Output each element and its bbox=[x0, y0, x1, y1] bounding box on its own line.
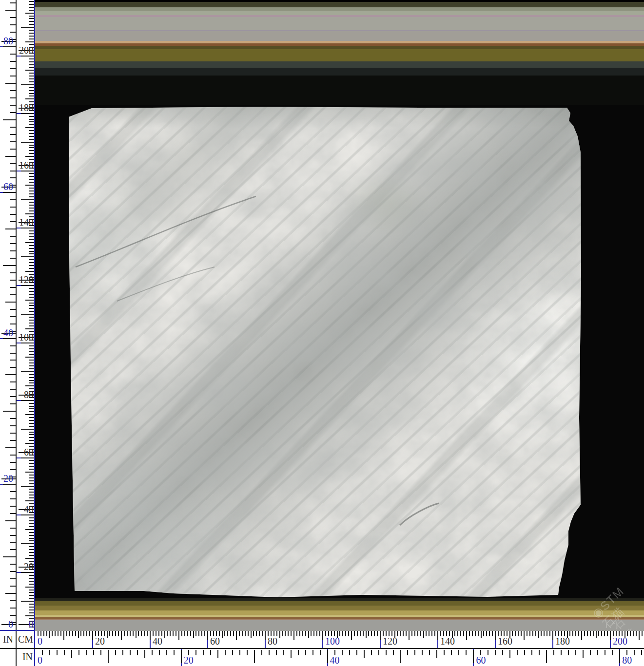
ruler-tick bbox=[227, 631, 228, 636]
ruler-tick bbox=[25, 156, 35, 157]
ruler-tick bbox=[639, 631, 640, 640]
ruler-tick bbox=[634, 650, 635, 655]
ruler-tick bbox=[21, 543, 35, 544]
ruler-tick bbox=[3, 46, 16, 47]
ruler-tick bbox=[25, 529, 35, 530]
calibration-band bbox=[35, 601, 644, 606]
ruler-tick bbox=[25, 615, 35, 616]
ruler-tick bbox=[130, 631, 131, 636]
ruler-tick bbox=[112, 631, 113, 636]
ruler-tick bbox=[524, 631, 525, 640]
ruler-tick bbox=[181, 650, 182, 663]
ruler-tick bbox=[25, 300, 35, 301]
ruler-tick bbox=[3, 119, 16, 120]
ruler-tick bbox=[150, 631, 151, 640]
ruler-tick bbox=[60, 631, 61, 636]
ruler-tick bbox=[170, 631, 171, 636]
ruler-tick bbox=[144, 631, 145, 636]
ruler-tick bbox=[52, 631, 53, 636]
ruler-tick bbox=[201, 631, 202, 636]
ruler-tick bbox=[553, 650, 554, 655]
calibration-band bbox=[35, 76, 644, 105]
ruler-number: 140 bbox=[440, 636, 455, 646]
ruler-tick bbox=[21, 171, 35, 171]
ruler-tick bbox=[364, 650, 365, 658]
ruler-tick bbox=[108, 650, 109, 663]
ruler-tick bbox=[72, 631, 73, 636]
ruler-number: 20 bbox=[24, 562, 34, 571]
ruler-tick bbox=[288, 631, 289, 636]
calibration-band bbox=[35, 46, 644, 49]
ruler-tick bbox=[583, 650, 584, 658]
ruler-tick bbox=[368, 631, 369, 636]
ruler-tick bbox=[217, 650, 218, 658]
ruler-tick bbox=[509, 650, 510, 658]
ruler-tick bbox=[21, 486, 35, 487]
ruler-tick bbox=[521, 631, 522, 636]
ruler-tick bbox=[492, 631, 493, 636]
ruler-tick bbox=[311, 631, 312, 636]
ruler-tick bbox=[21, 601, 35, 602]
ruler-tick bbox=[207, 631, 208, 640]
ruler-divider-vertical-black bbox=[16, 0, 17, 666]
ruler-tick bbox=[254, 650, 255, 663]
ruler-tick bbox=[25, 500, 35, 501]
ruler-tick bbox=[25, 98, 35, 99]
ruler-tick bbox=[575, 631, 576, 636]
ruler-tick bbox=[472, 631, 473, 636]
ruler-tick bbox=[21, 400, 35, 401]
ruler-number: 80 bbox=[622, 655, 632, 665]
ruler-tick bbox=[293, 631, 294, 640]
ruler-tick bbox=[429, 650, 430, 655]
ruler-tick bbox=[377, 631, 378, 636]
ruler-tick bbox=[63, 631, 64, 640]
ruler-tick bbox=[25, 41, 35, 42]
ruler-tick bbox=[3, 338, 16, 339]
ruler-tick bbox=[25, 185, 35, 186]
ruler-tick bbox=[407, 650, 408, 655]
ruler-tick bbox=[495, 631, 496, 640]
ruler-tick bbox=[137, 650, 138, 655]
ruler-tick bbox=[400, 631, 401, 636]
ruler-number: 80 bbox=[3, 36, 13, 46]
ruler-tick bbox=[312, 650, 313, 655]
ruler-tick bbox=[475, 631, 476, 636]
ruler-tick bbox=[538, 631, 539, 638]
ruler-tick bbox=[299, 631, 300, 636]
ruler-tick bbox=[515, 631, 516, 636]
ruler-number: 160 bbox=[19, 160, 34, 170]
ruler-tick bbox=[210, 650, 211, 655]
ruler-tick bbox=[25, 443, 35, 444]
ruler-tick bbox=[371, 631, 372, 636]
ruler-tick bbox=[549, 631, 550, 636]
ruler-tick bbox=[239, 650, 240, 655]
ruler-tick bbox=[83, 631, 84, 636]
calibration-band bbox=[35, 17, 644, 30]
ruler-tick bbox=[316, 631, 317, 636]
calibration-band bbox=[35, 620, 644, 631]
ruler-tick bbox=[225, 650, 226, 655]
ruler-tick bbox=[414, 631, 415, 636]
ruler-tick bbox=[3, 484, 16, 485]
ruler-tick bbox=[596, 631, 597, 638]
ruler-tick bbox=[282, 631, 283, 636]
ruler-tick bbox=[552, 631, 553, 640]
ruler-tick bbox=[21, 228, 35, 228]
ruler-tick bbox=[190, 631, 191, 636]
ruler-tick bbox=[322, 631, 323, 640]
ruler-tick bbox=[360, 631, 361, 636]
ruler-tick bbox=[411, 631, 412, 636]
ruler-origin-vertical-blue bbox=[34, 0, 35, 666]
ruler-tick bbox=[423, 631, 424, 638]
ruler-tick bbox=[230, 631, 231, 636]
ruler-tick bbox=[444, 650, 445, 655]
vertical-cm-unit-label: CM bbox=[16, 631, 35, 648]
ruler-tick bbox=[584, 631, 585, 636]
vertical-inch-unit-label: IN bbox=[0, 631, 16, 648]
ruler-tick bbox=[488, 650, 488, 655]
ruler-tick bbox=[136, 631, 137, 638]
ruler-tick bbox=[356, 650, 357, 655]
calibration-band bbox=[35, 2, 644, 7]
ruler-tick bbox=[147, 631, 148, 636]
ruler-tick bbox=[124, 631, 125, 636]
